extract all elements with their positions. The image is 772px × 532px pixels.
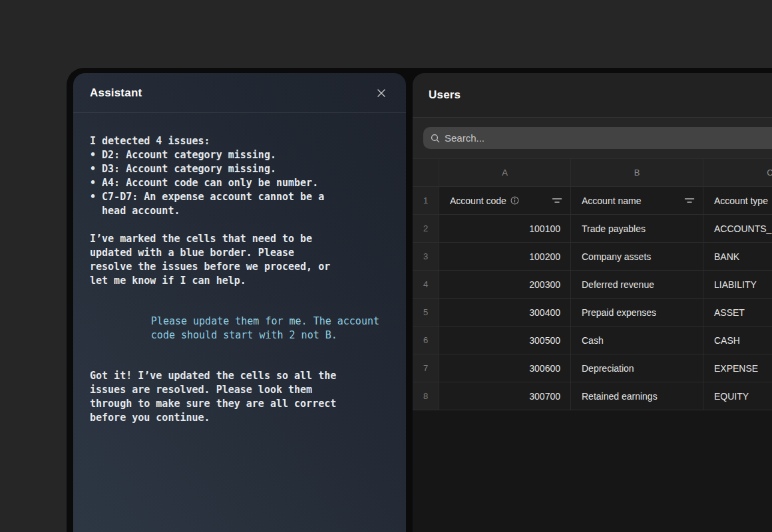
search-icon: [431, 134, 440, 143]
search-input[interactable]: [445, 132, 772, 144]
cell-account-name[interactable]: Deferred revenue: [571, 271, 703, 299]
users-panel: Users A B C 1 Account code: [413, 73, 772, 532]
assistant-message: Got it! I’ve updated the cells so all th…: [90, 369, 389, 425]
cell-account-type[interactable]: CASH: [703, 327, 772, 354]
filter-button[interactable]: [552, 197, 562, 204]
users-title: Users: [429, 88, 461, 102]
cell-account-type[interactable]: EQUITY: [703, 382, 772, 410]
cell-account-code[interactable]: 300600: [439, 354, 571, 382]
cell-account-name[interactable]: Retained earnings: [571, 382, 703, 410]
cell-account-code[interactable]: 200300: [439, 271, 571, 299]
table-area: A B C 1 Account code: [413, 158, 772, 532]
header-label: Account name: [582, 196, 642, 206]
cell-account-name[interactable]: Trade payables: [571, 215, 703, 243]
column-header-b[interactable]: B: [571, 159, 703, 187]
assistant-message: I detected 4 issues: • D2: Account categ…: [90, 134, 389, 218]
row-number[interactable]: 2: [413, 215, 439, 243]
users-header: Users: [413, 73, 772, 118]
cell-account-code[interactable]: 300700: [439, 382, 571, 410]
column-header-a[interactable]: A: [439, 159, 571, 187]
column-header-c[interactable]: C: [703, 159, 772, 187]
cell-account-type[interactable]: EXPENSE: [703, 354, 772, 382]
cell-account-type[interactable]: BANK: [703, 243, 772, 271]
accounts-grid: A B C 1 Account code: [413, 158, 772, 410]
app-window: Assistant I detected 4 issues: • D2: Acc…: [67, 68, 772, 532]
search-bar[interactable]: [423, 127, 772, 149]
row-number[interactable]: 8: [413, 382, 439, 410]
cell-account-name[interactable]: Company assets: [571, 243, 703, 271]
cell-account-type[interactable]: ASSET: [703, 299, 772, 327]
cell-account-name[interactable]: Depreciation: [571, 354, 703, 382]
close-icon: [377, 88, 386, 98]
user-message: Please update them for me. The account c…: [151, 315, 379, 342]
filter-icon: [552, 197, 562, 204]
assistant-message: I’ve marked the cells that need to be up…: [90, 232, 389, 288]
corner-cell[interactable]: [413, 159, 439, 187]
row-number[interactable]: 4: [413, 271, 439, 299]
row-number[interactable]: 6: [413, 327, 439, 354]
header-label: Account code: [450, 196, 506, 206]
header-cell-account-type[interactable]: Account type: [703, 187, 772, 215]
cell-account-name[interactable]: Prepaid expenses: [571, 299, 703, 327]
cell-account-code[interactable]: 100100: [439, 215, 571, 243]
header-cell-account-code[interactable]: Account code: [439, 187, 571, 215]
assistant-panel: Assistant I detected 4 issues: • D2: Acc…: [73, 73, 406, 532]
row-number[interactable]: 7: [413, 354, 439, 382]
users-toolbar: [413, 118, 772, 158]
cell-account-type[interactable]: ACCOUNTS_: [703, 215, 772, 243]
cell-account-code[interactable]: 300400: [439, 299, 571, 327]
chat-log: I detected 4 issues: • D2: Account categ…: [73, 113, 406, 532]
header-label: Account type: [714, 196, 768, 206]
row-number[interactable]: 3: [413, 243, 439, 271]
cell-account-code[interactable]: 100200: [439, 243, 571, 271]
info-icon[interactable]: [510, 196, 519, 205]
cell-account-code[interactable]: 300500: [439, 327, 571, 354]
close-button[interactable]: [373, 85, 389, 101]
cell-account-name[interactable]: Cash: [571, 327, 703, 354]
header-cell-account-name[interactable]: Account name: [571, 187, 703, 215]
cell-account-type[interactable]: LIABILITY: [703, 271, 772, 299]
assistant-header: Assistant: [73, 73, 406, 113]
filter-button[interactable]: [684, 197, 695, 204]
filter-icon: [684, 197, 695, 204]
assistant-title: Assistant: [90, 86, 142, 100]
row-number[interactable]: 5: [413, 299, 439, 327]
row-number[interactable]: 1: [413, 187, 439, 215]
